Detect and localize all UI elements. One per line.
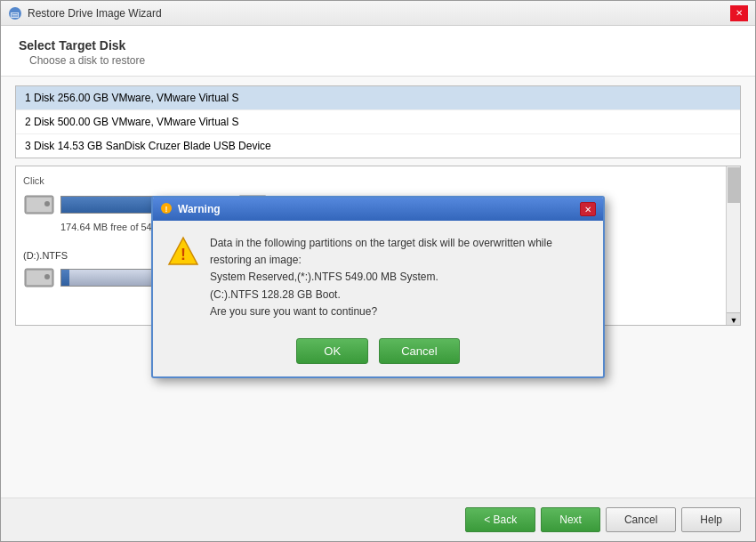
help-button[interactable]: Help bbox=[681, 507, 741, 532]
dialog-title-left: ! Warning bbox=[160, 202, 221, 217]
warning-dialog-overlay: ! Warning ✕ ! bbox=[1, 77, 755, 498]
warning-dialog: ! Warning ✕ ! bbox=[151, 196, 605, 378]
window-title: Restore Drive Image Wizard bbox=[28, 7, 162, 20]
dialog-title-icon: ! bbox=[160, 202, 173, 217]
svg-text:!: ! bbox=[181, 246, 186, 263]
wizard-title: Select Target Disk bbox=[19, 38, 737, 53]
warning-icon: ! bbox=[167, 235, 199, 320]
next-button[interactable]: Next bbox=[541, 507, 600, 532]
wizard-content: 1 Disk 256.00 GB VMware, VMware Virtual … bbox=[1, 77, 755, 498]
dialog-message: Data in the following partitions on the … bbox=[210, 235, 552, 320]
wizard-icon: 🖴 bbox=[8, 6, 22, 20]
wizard-window: 🖴 Restore Drive Image Wizard ✕ Select Ta… bbox=[0, 0, 756, 542]
dialog-ok-button[interactable]: OK bbox=[296, 338, 368, 364]
dialog-title-text: Warning bbox=[178, 203, 221, 215]
wizard-footer: < Back Next Cancel Help bbox=[1, 498, 755, 541]
dialog-cancel-button[interactable]: Cancel bbox=[379, 338, 459, 364]
wizard-subtitle: Choose a disk to restore bbox=[19, 54, 737, 67]
svg-text:!: ! bbox=[165, 205, 168, 214]
title-bar-left: 🖴 Restore Drive Image Wizard bbox=[8, 6, 162, 20]
dialog-titlebar: ! Warning ✕ bbox=[153, 198, 603, 221]
cancel-button[interactable]: Cancel bbox=[606, 507, 676, 532]
dialog-body: ! Data in the following partitions on th… bbox=[153, 221, 603, 331]
wizard-header: Select Target Disk Choose a disk to rest… bbox=[1, 26, 755, 77]
dialog-close-button[interactable]: ✕ bbox=[580, 202, 596, 216]
dialog-buttons: OK Cancel bbox=[153, 331, 603, 376]
title-bar: 🖴 Restore Drive Image Wizard ✕ bbox=[1, 1, 755, 26]
back-button[interactable]: < Back bbox=[465, 507, 535, 532]
window-close-button[interactable]: ✕ bbox=[730, 5, 748, 21]
svg-text:🖴: 🖴 bbox=[11, 9, 20, 19]
